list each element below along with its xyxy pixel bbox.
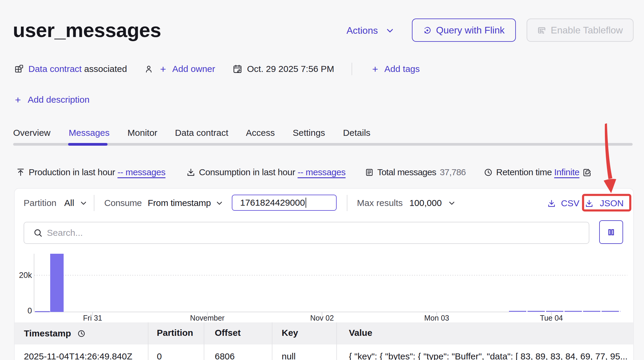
svg-text:0: 0 [27, 306, 32, 315]
svg-text:November: November [190, 314, 224, 322]
svg-text:Nov 02: Nov 02 [310, 314, 334, 322]
svg-text:20k: 20k [19, 271, 32, 280]
svg-text:Tue 04: Tue 04 [540, 314, 563, 322]
svg-text:Fri 31: Fri 31 [83, 314, 102, 322]
svg-text:Mon 03: Mon 03 [424, 314, 449, 322]
